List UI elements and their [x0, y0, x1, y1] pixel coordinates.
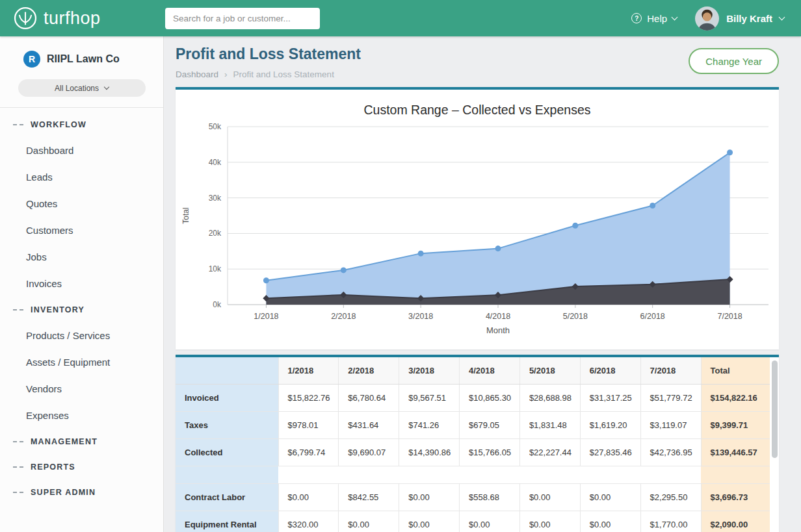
row-total: $154,822.16 [701, 385, 770, 412]
section-dash-icon [13, 309, 23, 310]
column-header-3-2018: 3/2018 [399, 357, 460, 385]
table-cell: $842.55 [339, 484, 399, 511]
table-cell: $51,779.72 [640, 385, 701, 412]
company-name: RIIPL Lawn Co [47, 53, 120, 65]
company-selector[interactable]: R RIIPL Lawn Co [0, 45, 163, 71]
table-cell: $1,831.48 [519, 412, 580, 439]
section-label: SUPER ADMIN [31, 488, 96, 497]
sidebar-item-dashboard[interactable]: Dashboard [0, 137, 163, 164]
help-label: Help [647, 13, 667, 24]
row-label-taxes: Taxes [176, 412, 278, 439]
y-tick-label: 50k [209, 122, 222, 131]
sidebar-item-assets-equipment[interactable]: Assets / Equipment [0, 349, 163, 375]
data-point[interactable] [418, 251, 424, 257]
table-cell: $0.00 [460, 511, 520, 532]
table-cell: $15,766.05 [460, 439, 520, 466]
sidebar-item-products-services[interactable]: Products / Services [0, 322, 163, 349]
pl-table: 1/20182/20183/20184/20185/20186/20187/20… [176, 357, 770, 532]
data-point[interactable] [341, 267, 347, 273]
table-cell: $0.00 [278, 484, 339, 511]
table-scrollbar[interactable] [772, 359, 778, 530]
sidebar-section-super-admin[interactable]: SUPER ADMIN [0, 479, 163, 505]
change-year-button[interactable]: Change Year [689, 48, 779, 74]
table-cell: $320.00 [278, 511, 339, 532]
section-label: REPORTS [31, 462, 75, 472]
x-tick-label: 4/2018 [486, 312, 510, 321]
table-row: Contract Labor$0.00$842.55$0.00$558.68$0… [176, 484, 770, 511]
top-header: turfhop ? Help Billy Kraft [0, 0, 801, 36]
data-point[interactable] [727, 149, 733, 155]
column-header-7-2018: 7/2018 [640, 357, 701, 385]
breadcrumb-item-dashboard[interactable]: Dashboard [176, 70, 218, 79]
y-tick-label: 20k [209, 229, 222, 238]
series-collected [263, 149, 733, 305]
table-cell: $6,799.74 [278, 439, 339, 466]
table-body: Invoiced$15,822.76$6,780.64$9,567.51$10,… [176, 385, 770, 532]
sidebar-section-workflow[interactable]: WORKFLOW [0, 112, 163, 137]
sidebar-section-management[interactable]: MANAGEMENT [0, 429, 163, 454]
row-label-equipment-rental: Equipment Rental [176, 511, 278, 532]
sidebar-item-leads[interactable]: Leads [0, 164, 163, 190]
data-point[interactable] [263, 277, 269, 283]
turfhop-sprout-icon [13, 6, 38, 31]
spacer-cell [278, 466, 701, 484]
table-cell: $0.00 [339, 511, 399, 532]
sidebar-nav: WORKFLOWDashboardLeadsQuotesCustomersJob… [0, 108, 163, 505]
table-cell: $42,736.95 [640, 439, 701, 466]
chevron-down-icon [779, 14, 785, 20]
app-logo[interactable]: turfhop [13, 6, 157, 31]
table-cell: $0.00 [580, 511, 640, 532]
x-tick-label: 3/2018 [408, 312, 433, 321]
user-menu[interactable]: Billy Kraft [695, 6, 784, 31]
section-label: INVENTORY [31, 305, 85, 314]
help-icon: ? [631, 13, 642, 23]
row-label [176, 466, 278, 484]
table-cell: $3,119.07 [640, 412, 701, 439]
sidebar-section-inventory[interactable]: INVENTORY [0, 297, 163, 322]
section-label: MANAGEMENT [31, 437, 98, 446]
y-tick-label: 30k [209, 194, 222, 203]
column-header-1-2018: 1/2018 [278, 357, 339, 385]
row-total: $3,696.73 [701, 484, 770, 511]
sidebar-item-customers[interactable]: Customers [0, 217, 163, 244]
row-total [701, 466, 770, 484]
column-header-4-2018: 4/2018 [460, 357, 520, 385]
chart-title: Custom Range – Collected vs Expenses [176, 103, 779, 118]
table-scrollbar-thumb[interactable] [772, 361, 778, 458]
table-cell: $27,835.46 [580, 439, 640, 466]
sidebar-section-reports[interactable]: REPORTS [0, 454, 163, 479]
y-tick-label: 10k [209, 264, 222, 273]
table-cell: $558.68 [460, 484, 520, 511]
main-content: Profit and Loss Statement Dashboard›Prof… [164, 36, 801, 532]
data-point[interactable] [572, 223, 578, 229]
table-cell: $22,227.44 [519, 439, 580, 466]
help-menu[interactable]: ? Help [631, 13, 677, 24]
table-cell: $978.01 [278, 412, 339, 439]
sidebar-item-invoices[interactable]: Invoices [0, 270, 163, 297]
sidebar-item-quotes[interactable]: Quotes [0, 190, 163, 217]
table-cell: $15,822.76 [278, 385, 339, 412]
column-header-total: Total [701, 357, 770, 385]
pl-chart-svg: 0k10k20k30k40k50k1/20182/20183/20184/201… [176, 118, 779, 342]
breadcrumb-separator: › [224, 70, 228, 79]
data-point[interactable] [650, 203, 655, 209]
section-dash-icon [13, 124, 23, 125]
row-total: $2,090.00 [701, 511, 770, 532]
table-cell: $679.05 [460, 412, 520, 439]
avatar[interactable] [695, 6, 719, 31]
sidebar-item-jobs[interactable]: Jobs [0, 244, 163, 270]
row-label-contract-labor: Contract Labor [176, 484, 278, 511]
table-row: Collected$6,799.74$9,690.07$14,390.86$15… [176, 439, 770, 466]
x-tick-label: 7/2018 [717, 312, 742, 321]
column-header-2-2018: 2/2018 [339, 357, 399, 385]
sidebar-item-vendors[interactable]: Vendors [0, 375, 163, 402]
y-tick-label: 40k [209, 158, 222, 167]
x-tick-label: 1/2018 [254, 312, 278, 321]
locations-dropdown[interactable]: All Locations [18, 79, 146, 97]
table-cell: $741.26 [399, 412, 460, 439]
row-label-collected: Collected [176, 439, 278, 466]
x-tick-label: 2/2018 [331, 312, 356, 321]
data-point[interactable] [495, 246, 501, 251]
search-input[interactable] [165, 8, 320, 29]
sidebar-item-expenses[interactable]: Expenses [0, 402, 163, 429]
